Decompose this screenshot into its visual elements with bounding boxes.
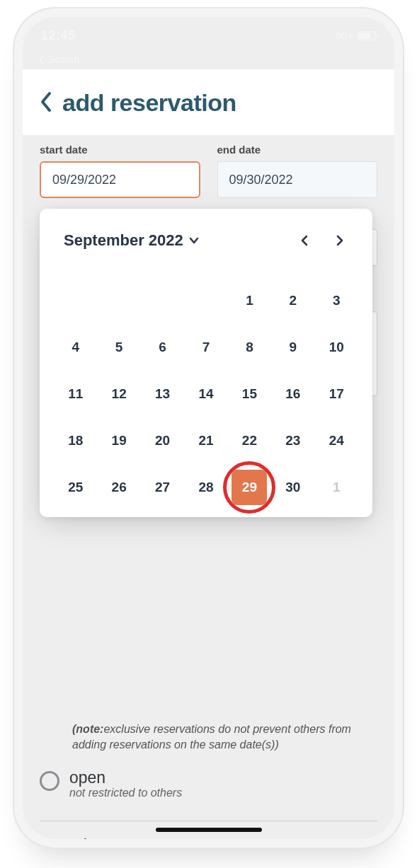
chevron-left-icon <box>40 91 52 112</box>
battery-icon <box>358 31 376 40</box>
calendar-next-button[interactable] <box>331 232 348 249</box>
calendar-empty <box>184 287 227 315</box>
calendar-popup: September 2022 1234567891011121314151617… <box>40 209 372 517</box>
reservation-type-title: reservation type <box>40 837 377 839</box>
divider <box>40 821 377 821</box>
status-time: 12:45 <box>41 28 76 43</box>
calendar-day[interactable]: 27 <box>141 473 184 502</box>
calendar-day[interactable]: 21 <box>184 427 227 455</box>
start-date-input[interactable]: 09/29/2022 <box>40 161 200 198</box>
calendar-grid: 1234567891011121314151617181920212223242… <box>54 267 358 502</box>
calendar-day[interactable]: 15 <box>228 380 271 408</box>
calendar-month-picker[interactable]: September 2022 <box>64 231 199 250</box>
calendar-day[interactable]: 9 <box>271 333 314 361</box>
calendar-day[interactable]: 1 <box>315 473 358 502</box>
network-label: 5G+ <box>336 30 353 41</box>
calendar-day[interactable]: 1 <box>228 287 271 315</box>
exclusive-note: (note:exclusive reservations do not prev… <box>40 722 377 753</box>
status-bar: 12:45 5G+ <box>23 17 394 54</box>
chevron-left-icon <box>301 235 308 246</box>
calendar-day[interactable]: 7 <box>184 333 227 361</box>
calendar-day[interactable]: 25 <box>54 473 97 502</box>
page-title: add reservation <box>62 89 236 117</box>
calendar-day[interactable]: 22 <box>228 427 271 455</box>
calendar-day[interactable]: 5 <box>97 333 140 361</box>
calendar-day[interactable]: 23 <box>271 427 314 455</box>
calendar-day[interactable]: 20 <box>141 427 184 455</box>
calendar-day[interactable]: 14 <box>184 380 227 408</box>
calendar-day[interactable]: 17 <box>315 380 358 408</box>
calendar-day[interactable]: 3 <box>315 287 358 315</box>
calendar-empty <box>141 287 184 315</box>
options-area: (note:exclusive reservations do not prev… <box>23 722 394 839</box>
radio-open[interactable]: open not restricted to others <box>40 769 377 799</box>
app-header: add reservation <box>23 69 394 135</box>
calendar-day[interactable]: 29 <box>228 473 271 502</box>
calendar-day[interactable]: 10 <box>315 333 358 361</box>
back-button[interactable] <box>40 91 52 115</box>
calendar-day[interactable]: 28 <box>184 473 227 502</box>
ios-back-label: Search <box>48 54 79 65</box>
calendar-day[interactable]: 30 <box>271 473 314 502</box>
calendar-day[interactable]: 2 <box>271 287 314 315</box>
calendar-day[interactable]: 12 <box>97 380 140 408</box>
calendar-day[interactable]: 24 <box>315 427 358 455</box>
home-indicator[interactable] <box>156 828 262 832</box>
calendar-day[interactable]: 6 <box>141 333 184 361</box>
calendar-day[interactable]: 19 <box>97 427 140 455</box>
calendar-day[interactable]: 4 <box>54 333 97 361</box>
radio-open-sub: not restricted to others <box>69 787 182 799</box>
calendar-day[interactable]: 16 <box>271 380 314 408</box>
radio-open-title: open <box>69 769 182 787</box>
calendar-empty <box>97 287 140 315</box>
calendar-day[interactable]: 11 <box>54 380 97 408</box>
status-right: 5G+ <box>336 30 376 41</box>
end-date-label: end date <box>217 144 378 156</box>
chevron-right-icon <box>336 235 343 246</box>
calendar-prev-button[interactable] <box>296 232 313 249</box>
chevron-left-icon <box>38 54 45 64</box>
start-date-label: start date <box>40 144 200 156</box>
calendar-day[interactable]: 26 <box>97 473 140 502</box>
form-area: start date 09/29/2022 end date 09/30/202… <box>23 135 394 396</box>
screen: 12:45 5G+ Search add reservation start d… <box>23 17 394 839</box>
ios-back-search[interactable]: Search <box>23 54 394 69</box>
end-date-input[interactable]: 09/30/2022 <box>217 161 378 198</box>
calendar-day[interactable]: 13 <box>141 380 184 408</box>
radio-icon <box>40 771 59 791</box>
chevron-down-icon <box>189 236 199 245</box>
highlight-ring <box>223 461 275 514</box>
device-frame: 12:45 5G+ Search add reservation start d… <box>13 7 404 849</box>
calendar-day[interactable]: 18 <box>54 427 97 455</box>
calendar-day[interactable]: 8 <box>228 333 271 361</box>
calendar-empty <box>54 287 97 315</box>
